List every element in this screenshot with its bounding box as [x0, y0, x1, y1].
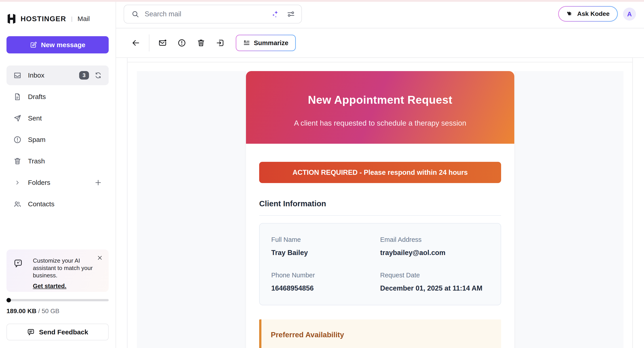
summarize-button[interactable]: Summarize — [236, 35, 296, 51]
email-card-content: ACTION REQUIRED - Please respond within … — [246, 162, 514, 348]
sidebar: HOSTINGER | Mail New message Inbox 3 — [0, 2, 116, 348]
email-subtitle: A client has requested to schedule a the… — [246, 119, 514, 127]
field-value: Tray Bailey — [271, 249, 380, 257]
kodee-icon — [566, 10, 574, 17]
sidebar-item-spam[interactable]: Spam — [6, 130, 109, 150]
trash-icon — [196, 38, 206, 47]
drafts-icon — [13, 92, 22, 101]
field-request-date: Request Date December 01, 2025 at 11:14 … — [380, 272, 489, 292]
back-button[interactable] — [130, 38, 141, 48]
email-viewer-panel: New Appointment Request A client has req… — [127, 58, 633, 348]
ai-chat-icon — [13, 258, 23, 268]
email-panel-divider — [128, 62, 632, 62]
sidebar-item-folders[interactable]: Folders — [6, 173, 109, 192]
sidebar-item-label: Drafts — [28, 93, 46, 101]
mark-unread-button[interactable] — [158, 38, 168, 48]
field-label: Phone Number — [271, 272, 380, 279]
send-feedback-label: Send Feedback — [39, 328, 88, 336]
preferred-availability-heading: Preferred Availability — [271, 331, 491, 339]
sidebar-nav: Inbox 3 Drafts Sent Spam — [6, 65, 109, 216]
new-message-button[interactable]: New message — [6, 36, 109, 53]
spam-icon — [13, 135, 22, 144]
sidebar-item-trash[interactable]: Trash — [6, 151, 109, 171]
sidebar-item-label: Contacts — [28, 200, 54, 208]
client-information-card: Full Name Tray Bailey Email Address tray… — [259, 223, 501, 305]
field-value: traybailey@aol.com — [380, 249, 489, 257]
email-title: New Appointment Request — [246, 93, 514, 106]
ai-card-text: Customize your AI assistant to match you… — [33, 257, 98, 279]
summarize-icon — [243, 39, 250, 46]
search-filters-icon[interactable] — [287, 10, 295, 18]
hostinger-logo-icon — [6, 13, 16, 24]
close-icon[interactable] — [97, 255, 103, 261]
search-icon — [131, 10, 139, 18]
action-required-banner: ACTION REQUIRED - Please respond within … — [259, 162, 501, 183]
storage-used: 189.00 KB — [6, 308, 36, 315]
sidebar-item-label: Inbox — [28, 71, 44, 79]
storage-progress-fill — [6, 298, 11, 302]
inbox-unread-badge: 3 — [79, 71, 89, 80]
field-label: Full Name — [271, 236, 380, 243]
brand-logo[interactable]: HOSTINGER | Mail — [6, 13, 90, 24]
delete-button[interactable] — [196, 38, 206, 48]
sidebar-item-drafts[interactable]: Drafts — [6, 87, 109, 107]
client-information-heading: Client Information — [259, 199, 501, 216]
field-value: December 01, 2025 at 11:14 AM — [380, 284, 489, 292]
field-full-name: Full Name Tray Bailey — [271, 236, 380, 257]
field-label: Email Address — [380, 236, 489, 243]
window-top-strip — [0, 0, 644, 2]
trash-icon — [13, 157, 22, 165]
sidebar-item-inbox[interactable]: Inbox 3 — [6, 65, 109, 85]
alert-circle-icon — [177, 38, 186, 47]
ai-sparkles-icon[interactable] — [271, 10, 280, 18]
brand-divider: | — [71, 15, 73, 22]
summarize-label: Summarize — [254, 39, 288, 47]
brand-name: HOSTINGER — [20, 15, 66, 23]
sidebar-item-contacts[interactable]: Contacts — [6, 194, 109, 214]
email-content-scroll-area[interactable]: New Appointment Request A client has req… — [137, 71, 624, 348]
feedback-bubble-icon — [27, 328, 35, 336]
preferred-availability-box: Preferred Availability Dates: Dec 06, 20… — [259, 319, 501, 348]
sidebar-item-label: Trash — [28, 157, 45, 165]
storage-usage: 189.00 KB / 50 GB — [6, 308, 60, 315]
envelope-dot-icon — [158, 38, 167, 47]
storage-progress-bar — [6, 299, 109, 301]
field-value: 16468954856 — [271, 284, 380, 292]
back-arrow-icon — [131, 38, 140, 47]
sidebar-item-label: Sent — [28, 114, 42, 122]
sidebar-item-sent[interactable]: Sent — [6, 108, 109, 128]
chevron-right-icon — [14, 180, 20, 186]
brand-product: Mail — [78, 15, 90, 22]
inbox-icon — [13, 71, 22, 80]
field-label: Request Date — [380, 272, 489, 279]
toolbar-divider — [149, 34, 149, 51]
report-spam-button[interactable] — [177, 38, 187, 48]
compose-icon — [30, 41, 37, 48]
sidebar-item-label: Folders — [28, 179, 50, 186]
refresh-icon[interactable] — [94, 71, 102, 79]
ask-kodee-label: Ask Kodee — [577, 10, 610, 17]
search-input[interactable] — [145, 10, 266, 18]
sidebar-item-label: Spam — [28, 136, 46, 143]
email-card: New Appointment Request A client has req… — [246, 71, 514, 348]
message-toolbar: Summarize — [116, 28, 644, 58]
avatar-initial: A — [627, 10, 632, 18]
move-to-icon — [216, 38, 225, 47]
search-bar[interactable] — [124, 5, 302, 23]
storage-separator: / — [36, 308, 42, 315]
new-message-label: New message — [41, 41, 85, 49]
ai-assistant-promo-card: Customize your AI assistant to match you… — [6, 249, 109, 292]
field-email-address: Email Address traybailey@aol.com — [380, 236, 489, 257]
account-avatar[interactable]: A — [623, 7, 636, 20]
storage-total: 50 GB — [42, 308, 59, 315]
get-started-link[interactable]: Get started. — [33, 283, 66, 290]
move-to-folder-button[interactable] — [215, 38, 226, 48]
email-hero-banner: New Appointment Request A client has req… — [246, 71, 514, 144]
field-phone-number: Phone Number 16468954856 — [271, 272, 380, 292]
contacts-icon — [13, 200, 22, 208]
send-feedback-button[interactable]: Send Feedback — [6, 324, 109, 341]
ask-kodee-button[interactable]: Ask Kodee — [558, 6, 618, 22]
sent-icon — [13, 114, 22, 122]
top-bar: Ask Kodee A — [116, 2, 644, 28]
add-folder-icon[interactable] — [94, 179, 102, 186]
